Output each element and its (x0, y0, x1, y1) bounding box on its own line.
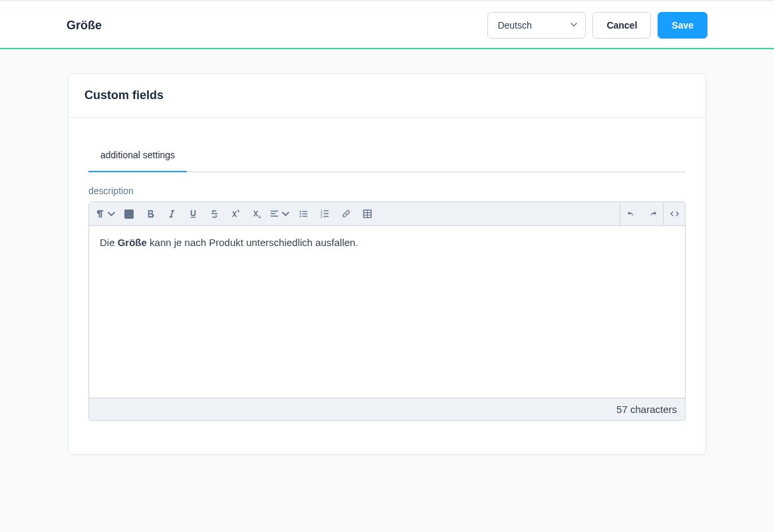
expand-icon (124, 209, 134, 219)
ordered-list-button[interactable]: 123 (314, 202, 335, 226)
card-title: Custom fields (84, 88, 690, 102)
strikethrough-button[interactable] (203, 202, 225, 226)
description-editor-content[interactable]: Die Größe kann je nach Produkt unterschi… (89, 226, 685, 398)
code-view-button[interactable] (664, 202, 685, 226)
text-prefix: Die (100, 237, 118, 248)
svg-rect-5 (302, 216, 307, 217)
svg-rect-7 (323, 210, 328, 211)
page-title: Größe (66, 19, 102, 33)
editor-toolbar: 123 (89, 202, 685, 226)
underline-button[interactable] (182, 202, 203, 226)
custom-fields-card: Custom fields additional settings descri… (68, 73, 706, 455)
text-bold: Größe (118, 237, 147, 248)
paragraph-format-button[interactable] (93, 202, 118, 226)
expand-button[interactable] (118, 202, 140, 226)
text-suffix: kann je nach Produkt unterschiedlich aus… (147, 237, 358, 248)
undo-button[interactable] (620, 202, 642, 226)
italic-button[interactable] (161, 202, 182, 226)
svg-point-0 (299, 211, 301, 212)
bold-button[interactable] (140, 202, 161, 226)
svg-rect-3 (302, 213, 307, 214)
unordered-list-button[interactable] (293, 202, 314, 226)
page-header: Größe Deutsch Cancel Save (0, 3, 774, 49)
tabs: additional settings (88, 139, 686, 172)
svg-point-2 (299, 213, 301, 214)
description-label: description (88, 186, 686, 196)
tab-label: additional settings (100, 150, 175, 160)
table-button[interactable] (356, 202, 378, 226)
link-button[interactable] (335, 202, 356, 226)
character-count: 57 characters (616, 404, 677, 415)
language-select-wrapper: Deutsch (487, 12, 586, 39)
svg-rect-1 (302, 211, 307, 211)
svg-rect-11 (323, 216, 328, 217)
superscript-button[interactable] (225, 202, 246, 226)
svg-rect-9 (323, 213, 328, 214)
cancel-button[interactable]: Cancel (592, 12, 651, 39)
tab-additional-settings[interactable]: additional settings (88, 139, 187, 172)
rich-text-editor: 123 (88, 201, 686, 421)
subscript-button[interactable] (246, 202, 267, 226)
redo-button[interactable] (642, 202, 663, 226)
align-button[interactable] (267, 202, 293, 226)
card-header: Custom fields (68, 74, 706, 118)
svg-point-4 (299, 215, 301, 217)
save-button[interactable]: Save (658, 12, 708, 39)
editor-footer: 57 characters (89, 398, 685, 420)
language-select[interactable]: Deutsch (487, 12, 586, 39)
svg-text:3: 3 (320, 215, 322, 219)
